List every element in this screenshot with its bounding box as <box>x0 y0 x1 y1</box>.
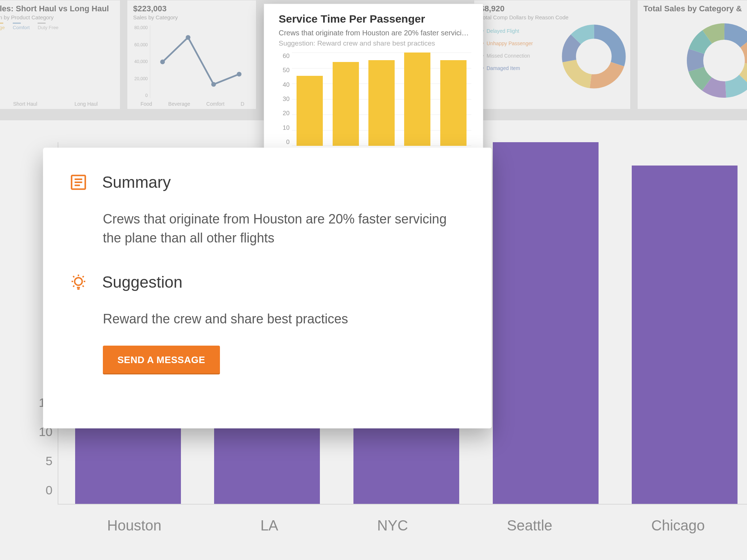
popout-title: Service Time Per Passenger <box>279 13 471 25</box>
svg-line-30 <box>82 286 84 287</box>
popout-bar <box>368 60 395 146</box>
thumb-total-sales-category[interactable]: Total Sales by Category & <box>637 0 747 109</box>
summary-heading: Summary <box>102 173 171 191</box>
thumb-comp-dollars[interactable]: $8,920 Total Comp Dollars by Reason Code… <box>474 0 631 109</box>
thumb-subtitle: Total Comp Dollars by Reason Code <box>480 14 624 20</box>
popout-bar <box>440 60 467 146</box>
popout-chart: 6050 4030 2010 0 HoustonLANYCSeattleChic… <box>279 52 471 155</box>
thumb-subtitle: Sales by Category <box>133 14 250 20</box>
lightbulb-icon <box>69 273 88 291</box>
thumb-short-long-haul[interactable]: ales: Short Haul vs Long Haul wn by Prod… <box>0 0 120 109</box>
main-x-label: NYC <box>377 517 408 534</box>
svg-point-1 <box>186 35 190 40</box>
thumb-title: $8,920 <box>480 4 624 13</box>
popout-bar <box>333 62 359 146</box>
main-x-label: Houston <box>107 517 162 534</box>
svg-point-0 <box>160 59 165 64</box>
donut-chart-icon <box>561 24 627 89</box>
summary-icon <box>69 173 88 191</box>
donut-legend: Delayed Flight Unhappy Passenger Missed … <box>478 24 560 105</box>
svg-line-28 <box>82 276 84 277</box>
thumb-title: $223,003 <box>133 4 250 13</box>
svg-line-27 <box>73 276 74 277</box>
thumb-subtitle: wn by Product Category <box>0 14 114 20</box>
popout-bar <box>297 76 323 146</box>
thumb-sales-category[interactable]: $223,003 Sales by Category 80,000 60,000… <box>127 0 256 109</box>
main-bar[interactable] <box>632 166 738 504</box>
main-x-label: Chicago <box>651 517 705 534</box>
svg-line-29 <box>73 286 74 287</box>
svg-point-3 <box>237 72 241 77</box>
svg-point-22 <box>75 278 82 285</box>
svg-point-2 <box>211 82 216 87</box>
send-message-button[interactable]: SEND A MESSAGE <box>103 346 220 374</box>
summary-card: Summary Crews that originate from Housto… <box>43 148 492 428</box>
donut-chart-icon <box>686 22 747 99</box>
thumb-title: ales: Short Haul vs Long Haul <box>0 4 114 13</box>
main-bar[interactable] <box>493 142 599 504</box>
suggestion-heading: Suggestion <box>102 273 182 291</box>
popout-suggestion: Suggestion: Reward crew and share best p… <box>279 39 471 47</box>
suggestion-text: Reward the crew and share best practices <box>103 310 465 328</box>
thumb-popout-service-time[interactable]: Service Time Per Passenger Crews that or… <box>264 4 483 159</box>
main-x-label: Seattle <box>507 517 553 534</box>
popout-bar <box>404 52 430 146</box>
summary-text: Crews that originate from Houston are 20… <box>103 210 465 248</box>
main-x-labels: HoustonLANYCSeattleChicago <box>58 517 747 534</box>
popout-desc: Crews that originate from Houston are 20… <box>279 29 471 37</box>
main-x-label: LA <box>260 517 278 534</box>
thumb-title: Total Sales by Category & <box>643 4 742 13</box>
